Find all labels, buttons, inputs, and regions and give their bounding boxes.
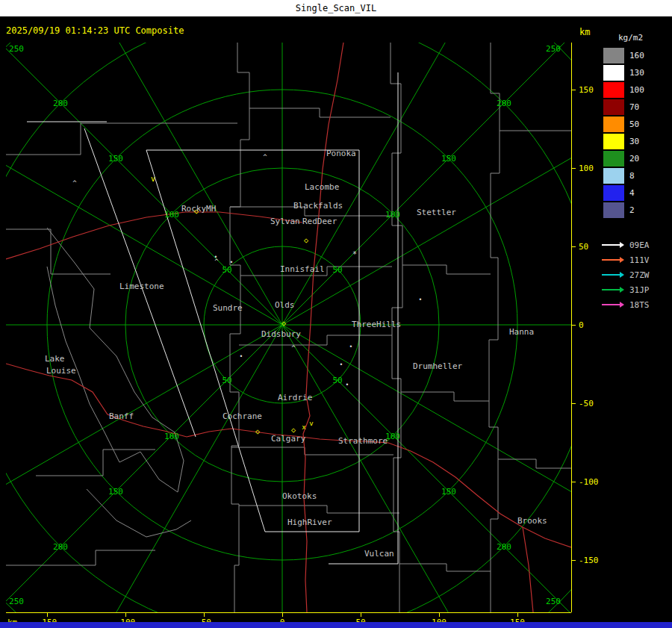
timestamp: 2025/09/19 01:14:23 UTC Composite: [6, 25, 184, 36]
right-axis-tick-label: 50: [579, 242, 588, 252]
colorbar-value: 20: [629, 154, 639, 164]
colorbar-entries: 160 130 100 70 50 30: [603, 47, 672, 219]
radar-legend-row: 18TS: [602, 297, 650, 312]
colorbar-row: 4: [603, 184, 672, 202]
right-axis-tick-label: -150: [579, 556, 599, 565]
colorbar-swatch: [603, 185, 624, 201]
colorbar-row: 100: [603, 81, 672, 99]
map-canvas[interactable]: 250 200 150 100 50 250 200 150 100 50 25…: [6, 43, 571, 612]
bottom-axis-tick: [47, 613, 48, 617]
colorbar-value: 30: [629, 137, 639, 146]
bottom-axis-tick: [517, 613, 518, 617]
right-axis-tick: [572, 90, 576, 90]
radar-legend: 09EA 111V 27ZW 31JP 18TS: [602, 237, 650, 312]
range-rings: [6, 43, 571, 612]
radar-legend-row: 09EA: [602, 237, 650, 252]
colorbar-value: 8: [629, 171, 635, 181]
county-boundaries: [6, 43, 571, 612]
colorbar-swatch: [603, 134, 624, 149]
colorbar-swatch: [603, 116, 624, 132]
colorbar-row: 130: [603, 64, 672, 81]
colorbar-row: 2: [603, 202, 672, 219]
radar-sector-outline: [27, 72, 398, 564]
map-graphics: [6, 43, 571, 612]
colorbar-row: 160: [603, 47, 672, 64]
taskbar-strip: [0, 622, 672, 628]
window-title: Single_Scan_VIL: [296, 3, 376, 13]
right-axis-tick-label: 100: [579, 164, 594, 173]
radar-arrowhead-icon: [620, 272, 624, 278]
colorbar-value: 50: [629, 119, 639, 129]
radar-arrowhead-icon: [620, 257, 624, 263]
highways: [6, 43, 571, 612]
colorbar-row: 70: [603, 99, 672, 116]
radar-id-label: 18TS: [629, 300, 650, 310]
colorbar-value: 100: [629, 85, 644, 95]
right-axis: 150 100 50 0 -50 -100 -150: [571, 43, 602, 612]
right-axis-tick: [572, 246, 576, 247]
radar-arrowhead-icon: [620, 302, 624, 308]
radar-legend-row: 27ZW: [602, 267, 650, 282]
colorbar-unit: kg/m2: [618, 33, 672, 43]
colorbar-value: 2: [629, 205, 635, 215]
colorbar-row: 20: [603, 150, 672, 167]
radar-legend-row: 111V: [602, 252, 650, 267]
right-axis-tick-label: 150: [579, 85, 594, 95]
colorbar-swatch: [603, 151, 624, 167]
right-axis-tick: [572, 168, 576, 169]
radar-arrow-icon: [602, 289, 620, 290]
radar-id-label: 111V: [629, 255, 650, 265]
radar-arrow-icon: [602, 274, 620, 276]
radar-arrow-icon: [602, 244, 620, 246]
radar-id-label: 31JP: [629, 285, 650, 295]
right-axis-tick-label: 0: [579, 320, 584, 330]
right-axis-tick: [572, 482, 576, 482]
colorbar-swatch: [603, 202, 624, 218]
colorbar-row: 30: [603, 133, 672, 150]
colorbar-value: 70: [629, 102, 639, 112]
colorbar-value: 4: [629, 188, 635, 198]
right-axis-tick-label: -50: [579, 399, 594, 408]
bottom-axis-tick: [361, 613, 361, 617]
bottom-axis-tick: [204, 613, 205, 617]
radar-id-label: 27ZW: [629, 270, 650, 280]
right-axis-tick: [572, 403, 576, 404]
colorbar-value: 160: [629, 51, 644, 60]
radar-legend-row: 31JP: [602, 282, 650, 297]
bottom-axis-tick: [125, 613, 126, 617]
colorbar-swatch: [603, 65, 624, 81]
colorbar-value: 130: [629, 68, 644, 78]
colorbar-swatch: [603, 48, 624, 63]
colorbar-row: 50: [603, 116, 672, 133]
title-bar: Single_Scan_VIL: [0, 0, 672, 16]
colorbar: kg/m2 160 130 100 70: [603, 33, 672, 219]
radar-id-label: 09EA: [629, 240, 650, 250]
colorbar-swatch: [603, 82, 624, 98]
radar-arrow-icon: [602, 259, 620, 261]
bottom-axis-tick: [439, 613, 440, 617]
radar-arrowhead-icon: [620, 242, 624, 248]
colorbar-swatch: [603, 99, 624, 115]
bottom-axis-tick: [282, 613, 283, 617]
right-axis-unit: km: [579, 27, 590, 37]
right-axis-tick: [572, 560, 576, 561]
radar-arrow-icon: [602, 304, 620, 305]
right-axis-tick-label: -100: [579, 477, 599, 487]
colorbar-swatch: [603, 168, 624, 184]
right-axis-tick: [572, 325, 576, 326]
colorbar-row: 8: [603, 167, 672, 184]
radar-arrowhead-icon: [620, 287, 624, 293]
